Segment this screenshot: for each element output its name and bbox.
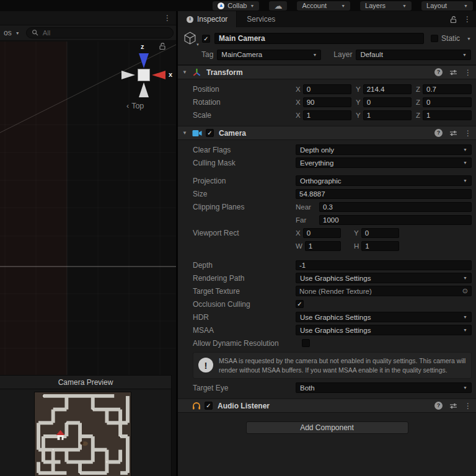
clear-flags-label: Clear Flags [193, 146, 296, 154]
gizmo-center-cube[interactable] [138, 69, 150, 81]
size-field[interactable]: 54.8887 [296, 189, 472, 199]
gameobject-icon-button[interactable]: ▼ [183, 31, 198, 46]
presets-icon[interactable] [449, 402, 457, 410]
viewport-y-field[interactable]: 0 [361, 228, 399, 238]
presets-icon[interactable] [449, 130, 457, 137]
rotation-y-field[interactable]: 0 [363, 97, 412, 107]
camera-body: Clear Flags Depth only ▼ Culling Mask Ev… [178, 140, 476, 399]
axis-cone-left-icon[interactable] [121, 71, 135, 79]
target-texture-objectfield[interactable]: None (Render Texture) ⊙ [296, 286, 472, 296]
viewport-y-label: Y [354, 229, 359, 237]
gizmos-dropdown[interactable]: os ▼ [1, 29, 22, 37]
target-eye-dropdown[interactable]: Both ▼ [296, 382, 472, 393]
scale-x-field[interactable]: 1 [303, 110, 351, 120]
foldout-icon[interactable]: ▼ [182, 69, 188, 75]
chevron-down-icon: ▼ [467, 37, 471, 41]
collab-button[interactable]: ▲ Collab ▼ [213, 1, 259, 11]
transform-body: Position X0 Y214.4 Z0.7 Rotation X90 Y0 … [178, 79, 476, 126]
kebab-menu-icon[interactable]: ⋮ [464, 69, 472, 76]
scale-y-field[interactable]: 1 [363, 110, 412, 120]
far-field[interactable]: 1000 [319, 215, 472, 225]
viewport-rect-label: Viewport Rect [193, 229, 296, 237]
help-icon[interactable]: ? [434, 68, 443, 76]
msaa-dropdown[interactable]: Use Graphics Settings ▼ [296, 325, 472, 335]
add-component-button[interactable]: Add Component [246, 421, 408, 434]
rendering-path-dropdown[interactable]: Use Graphics Settings ▼ [296, 273, 472, 283]
layers-dropdown[interactable]: Layers ▼ [360, 1, 412, 11]
static-checkbox[interactable] [431, 35, 438, 42]
tab-services[interactable]: Services [237, 11, 285, 27]
tag-label: Tag [201, 50, 213, 59]
axis-x-label: X [296, 112, 301, 119]
scene-toolbar: os ▼ All [0, 25, 176, 41]
padlock-unlocked-icon[interactable] [159, 42, 166, 50]
inspector-panel: i Inspector Services ⋮ ▼ [178, 11, 476, 476]
transform-title: Transform [206, 68, 243, 77]
layer-dropdown[interactable]: Default ▼ [356, 50, 471, 60]
rotation-x-field[interactable]: 90 [303, 97, 351, 107]
cloud-button[interactable]: ☁ [269, 1, 287, 11]
scene-viewport[interactable]: z x ‹ Top Camera Preview [0, 42, 176, 476]
viewport-x-field[interactable]: 0 [303, 228, 341, 238]
help-icon[interactable]: ? [434, 402, 443, 410]
allow-dynamic-resolution-checkbox[interactable] [302, 339, 310, 347]
gameobject-name-field[interactable]: Main Camera [214, 33, 424, 44]
rotation-z-field[interactable]: 0 [423, 97, 472, 107]
headphones-icon [192, 402, 201, 410]
scene-search-input[interactable]: All [26, 27, 174, 38]
axis-cone-down-icon[interactable] [139, 82, 149, 97]
depth-field[interactable]: -1 [296, 260, 472, 270]
view-mode-toggle[interactable]: ‹ Top [126, 102, 144, 110]
layout-label: Layout [426, 2, 447, 9]
viewport-w-field[interactable]: 1 [305, 241, 341, 251]
audio-listener-header[interactable]: ▼ ✓ Audio Listener ? ⋮ [178, 399, 476, 413]
rotation-label: Rotation [193, 98, 296, 107]
layout-dropdown[interactable]: Layout ▼ [421, 1, 473, 11]
help-icon[interactable]: ? [434, 129, 443, 137]
chevron-down-icon: ▼ [462, 53, 467, 57]
position-y-field[interactable]: 214.4 [363, 84, 412, 94]
camera-enabled-checkbox[interactable]: ✓ [206, 129, 214, 137]
x-axis-cone-icon[interactable] [152, 71, 165, 79]
gizmos-label-fragment: os [4, 29, 12, 37]
kebab-menu-icon[interactable]: ⋮ [464, 15, 471, 23]
warning-icon: ! [198, 358, 213, 372]
gameobject-active-checkbox[interactable]: ✓ [202, 35, 210, 43]
position-z-field[interactable]: 0.7 [423, 84, 472, 94]
object-picker-icon[interactable]: ⊙ [462, 288, 468, 294]
static-toggle[interactable]: Static ▼ [431, 34, 471, 43]
allow-dynamic-resolution-label: Allow Dynamic Resolution [193, 339, 302, 348]
viewport-h-field[interactable]: 1 [361, 241, 399, 251]
culling-mask-label: Culling Mask [193, 159, 296, 167]
culling-mask-dropdown[interactable]: Everything ▼ [296, 157, 472, 168]
camera-header[interactable]: ▼ ✓ Camera ? ⋮ [178, 126, 476, 140]
checkmark-icon: ✓ [206, 402, 211, 409]
kebab-menu-icon[interactable]: ⋮ [164, 14, 171, 22]
msaa-warning-box: ! MSAA is requested by the camera but no… [193, 352, 472, 379]
tab-inspector[interactable]: i Inspector [178, 11, 237, 27]
position-x-field[interactable]: 0 [303, 84, 351, 94]
layer-value: Default [360, 51, 382, 58]
scale-z-field[interactable]: 1 [423, 110, 472, 120]
axis-y-label: Y [356, 99, 361, 106]
occlusion-culling-checkbox[interactable]: ✓ [296, 300, 304, 308]
hdr-dropdown[interactable]: Use Graphics Settings ▼ [296, 312, 472, 322]
axis-y-label: Y [356, 112, 361, 119]
padlock-unlocked-icon[interactable] [450, 15, 457, 24]
clear-flags-dropdown[interactable]: Depth only ▼ [296, 144, 472, 155]
account-dropdown[interactable]: Account ▼ [297, 1, 350, 11]
near-field[interactable]: 0.3 [319, 202, 472, 212]
collab-arrow-icon: ▲ [218, 2, 224, 9]
kebab-menu-icon[interactable]: ⋮ [464, 402, 472, 410]
z-axis-cone-icon[interactable] [139, 53, 149, 68]
presets-icon[interactable] [449, 69, 457, 76]
kebab-menu-icon[interactable]: ⋮ [464, 130, 472, 137]
projection-dropdown[interactable]: Orthographic ▼ [296, 175, 472, 186]
chevron-down-icon: ▼ [463, 276, 467, 280]
axis-x-label: X [296, 99, 301, 106]
foldout-icon[interactable]: ▼ [182, 130, 188, 136]
transform-header[interactable]: ▼ Transform ? ⋮ [178, 65, 476, 79]
audio-listener-enabled-checkbox[interactable]: ✓ [205, 402, 213, 410]
tag-dropdown[interactable]: MainCamera ▼ [217, 50, 321, 60]
axis-y-label: Y [356, 86, 361, 93]
